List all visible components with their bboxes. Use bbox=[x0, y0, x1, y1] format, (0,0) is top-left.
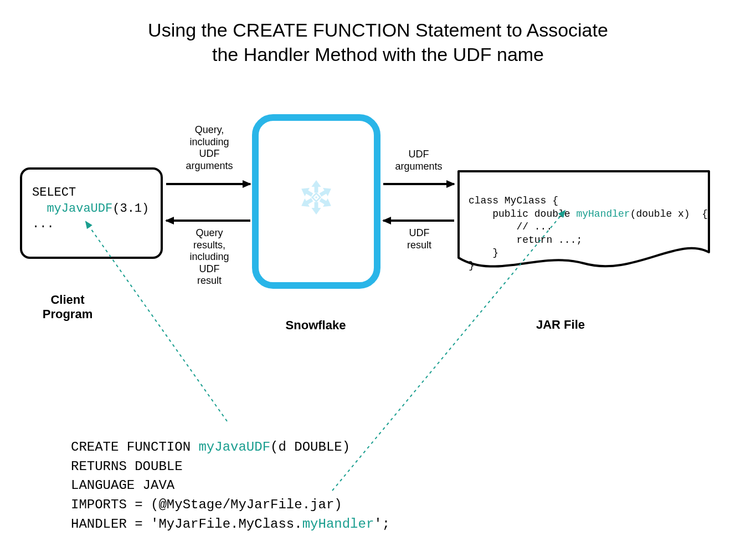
jar-code-l5: } bbox=[469, 247, 498, 258]
create-function-block: CREATE FUNCTION myJavaUDF(d DOUBLE) RETU… bbox=[71, 419, 390, 546]
snowflake-box bbox=[252, 114, 380, 289]
jar-code-l2a: public double bbox=[469, 208, 576, 220]
cf-fn-name: myJavaUDF bbox=[198, 440, 270, 455]
jar-code-l1: class MyClass { bbox=[469, 195, 558, 206]
label-sf-to-client: Query results, including UDF result bbox=[182, 227, 237, 287]
jar-code-l4: return ...; bbox=[469, 234, 582, 246]
cf-l1b: (d DOUBLE) bbox=[270, 440, 350, 455]
snowflake-icon bbox=[292, 174, 340, 221]
cf-l1a: CREATE FUNCTION bbox=[71, 440, 198, 455]
snowflake-caption: Snowflake bbox=[260, 318, 371, 333]
client-code-line-1: SELECT bbox=[32, 185, 151, 201]
diagram-canvas: Using the CREATE FUNCTION Statement to A… bbox=[0, 0, 756, 546]
cf-handler: myHandler bbox=[302, 517, 374, 532]
client-udf-name: myJavaUDF bbox=[47, 202, 112, 216]
cf-l3: LANGUAGE JAVA bbox=[71, 478, 174, 493]
client-code-line-3: ... bbox=[32, 217, 151, 233]
jar-handler-name: myHandler bbox=[576, 208, 630, 220]
jar-code-block: class MyClass { public double myHandler(… bbox=[469, 182, 708, 285]
jar-caption: JAR File bbox=[522, 318, 599, 332]
label-client-to-sf: Query, including UDF arguments bbox=[182, 124, 237, 172]
cf-l5b: '; bbox=[374, 517, 390, 532]
title-line-1: Using the CREATE FUNCTION Statement to A… bbox=[148, 19, 608, 40]
client-caption: Client Program bbox=[34, 293, 101, 322]
jar-code-l3: // ... bbox=[469, 221, 552, 232]
jar-code-l2b: (double x) { bbox=[630, 208, 708, 220]
jar-code-l6: } bbox=[469, 260, 475, 271]
svg-point-1 bbox=[315, 196, 317, 198]
label-jar-to-sf: UDF result bbox=[394, 227, 444, 251]
client-code-line-2: myJavaUDF(3.1) bbox=[32, 201, 151, 217]
diagram-title: Using the CREATE FUNCTION Statement to A… bbox=[0, 18, 756, 67]
label-sf-to-jar: UDF arguments bbox=[391, 149, 446, 172]
client-udf-call-suffix: (3.1) bbox=[112, 202, 149, 216]
title-line-2: the Handler Method with the UDF name bbox=[212, 44, 544, 65]
cf-l2: RETURNS DOUBLE bbox=[71, 459, 183, 474]
client-program-box: SELECT myJavaUDF(3.1) ... bbox=[20, 167, 163, 259]
cf-l4: IMPORTS = (@MyStage/MyJarFile.jar) bbox=[71, 497, 342, 512]
cf-l5a: HANDLER = 'MyJarFile.MyClass. bbox=[71, 517, 302, 532]
